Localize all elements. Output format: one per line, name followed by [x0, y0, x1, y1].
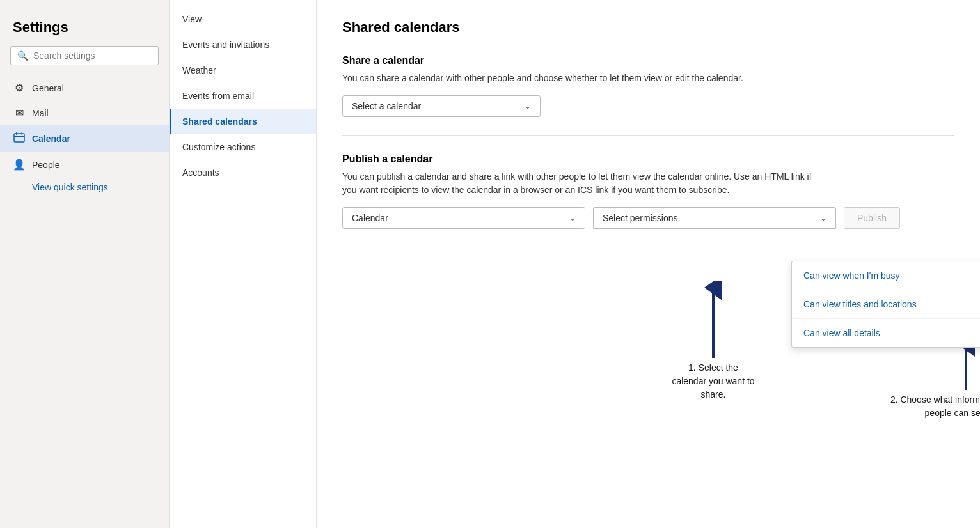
submenu-item-shared-calendars[interactable]: Shared calendars: [170, 109, 316, 134]
sidebar-item-calendar[interactable]: Calendar: [0, 125, 169, 152]
section-divider: [342, 135, 954, 136]
people-icon: 👤: [13, 159, 26, 171]
search-input[interactable]: [33, 50, 152, 61]
svg-rect-2: [16, 132, 17, 135]
app-title: Settings: [0, 13, 169, 46]
permission-option-view-all[interactable]: Can view all details: [792, 318, 980, 347]
sidebar: Settings 🔍 ⚙ General ✉ Mail Calendar 👤 P…: [0, 0, 170, 528]
sidebar-item-mail[interactable]: ✉ Mail: [0, 100, 169, 125]
calendar-dropdown-value: Calendar: [352, 213, 388, 223]
publish-section-title: Publish a calendar: [342, 153, 954, 165]
sidebar-item-general[interactable]: ⚙ General: [0, 75, 169, 100]
share-section-title: Share a calendar: [342, 55, 954, 66]
page-title: Shared calendars: [342, 19, 954, 36]
publish-section-desc: You can publish a calendar and share a l…: [342, 170, 828, 197]
view-quick-settings-link[interactable]: View quick settings: [0, 177, 169, 198]
permission-option-view-busy[interactable]: Can view when I'm busy: [792, 261, 980, 290]
submenu-item-weather[interactable]: Weather: [170, 58, 316, 83]
submenu-item-events[interactable]: Events and invitations: [170, 32, 316, 58]
share-section-desc: You can share a calendar with other peop…: [342, 72, 828, 85]
chevron-down-icon: ⌄: [569, 214, 576, 222]
permissions-dropdown-placeholder: Select permissions: [603, 213, 678, 223]
select-calendar-dropdown[interactable]: Select a calendar ⌄: [342, 95, 541, 117]
arrow-1: [694, 281, 732, 358]
chevron-down-icon: ⌄: [525, 102, 531, 111]
svg-rect-0: [14, 134, 24, 142]
permissions-dropdown-popup: Can view when I'm busy Can view titles a…: [791, 261, 980, 348]
search-icon: 🔍: [17, 50, 28, 61]
gear-icon: ⚙: [13, 82, 26, 94]
sidebar-item-label: Calendar: [32, 134, 70, 144]
submenu: View Events and invitations Weather Even…: [170, 0, 317, 528]
annotation-text-2: 2. Choose what information otherpeople c…: [873, 393, 980, 420]
permissions-dropdown[interactable]: Select permissions ⌄: [593, 207, 836, 229]
main-content: Shared calendars Share a calendar You ca…: [317, 0, 980, 528]
submenu-item-events-from-email[interactable]: Events from email: [170, 83, 316, 109]
calendar-select-dropdown[interactable]: Calendar ⌄: [342, 207, 585, 229]
sidebar-item-label: General: [32, 83, 64, 93]
svg-rect-3: [22, 132, 23, 135]
publish-controls-row: Calendar ⌄ Select permissions ⌄ Publish: [342, 207, 954, 229]
sidebar-item-label: Mail: [32, 108, 49, 118]
search-box[interactable]: 🔍: [10, 46, 159, 65]
sidebar-item-label: People: [32, 160, 60, 170]
svg-rect-1: [14, 136, 24, 137]
publish-button[interactable]: Publish: [844, 207, 900, 229]
submenu-item-customize-actions[interactable]: Customize actions: [170, 134, 316, 160]
mail-icon: ✉: [13, 107, 26, 119]
calendar-icon: [13, 132, 26, 146]
submenu-item-view[interactable]: View: [170, 6, 316, 32]
select-calendar-value: Select a calendar: [352, 101, 421, 111]
submenu-item-accounts[interactable]: Accounts: [170, 160, 316, 185]
permission-option-view-titles[interactable]: Can view titles and locations: [792, 290, 980, 318]
annotation-text-1: 1. Select thecalendar you want toshare.: [656, 361, 771, 401]
chevron-down-icon: ⌄: [820, 214, 826, 222]
sidebar-item-people[interactable]: 👤 People: [0, 152, 169, 177]
